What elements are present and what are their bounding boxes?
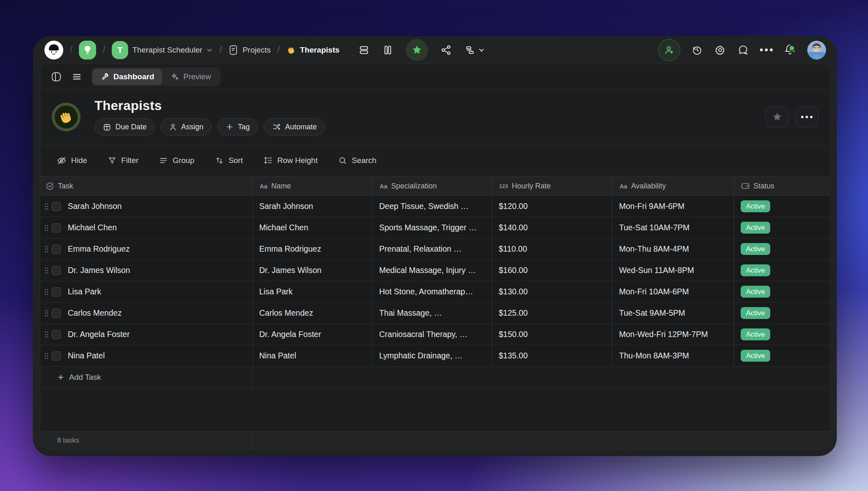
share-icon[interactable] bbox=[440, 44, 452, 56]
name-cell[interactable]: Nina Patel bbox=[253, 345, 373, 366]
drag-handle-icon[interactable] bbox=[44, 266, 49, 275]
table-row[interactable]: Dr. Angela Foster Dr. Angela Foster Cran… bbox=[40, 324, 830, 345]
specialization-cell[interactable]: Thai Massage, … bbox=[373, 303, 492, 324]
task-cell[interactable]: Lisa Park bbox=[40, 281, 253, 302]
task-cell[interactable]: Dr. James Wilson bbox=[40, 260, 253, 281]
automate-button[interactable]: Automate bbox=[264, 118, 325, 135]
table-row[interactable]: Emma Rodriguez Emma Rodriguez Prenatal, … bbox=[40, 239, 830, 260]
menu-icon[interactable] bbox=[71, 71, 82, 82]
name-cell[interactable]: Dr. James Wilson bbox=[253, 260, 373, 281]
specialization-cell[interactable]: Craniosacral Therapy, … bbox=[373, 324, 492, 345]
table-row[interactable]: Sarah Johnson Sarah Johnson Deep Tissue,… bbox=[40, 196, 830, 217]
column-header-name[interactable]: Aa Name bbox=[253, 177, 373, 195]
table-row[interactable]: Nina Patel Nina Patel Lymphatic Drainage… bbox=[40, 345, 830, 367]
table-row[interactable]: Lisa Park Lisa Park Hot Stone, Aromather… bbox=[40, 281, 830, 303]
table-row[interactable]: Carlos Mendez Carlos Mendez Thai Massage… bbox=[40, 303, 830, 324]
page-emoji-icon[interactable] bbox=[52, 103, 81, 131]
chat-icon[interactable] bbox=[737, 44, 749, 56]
column-header-task[interactable]: Task bbox=[40, 177, 253, 195]
row-height-button[interactable]: Row Height bbox=[263, 156, 318, 165]
rows-layout-icon[interactable] bbox=[358, 44, 370, 56]
task-cell[interactable]: Dr. Angela Foster bbox=[40, 324, 253, 345]
specialization-cell[interactable]: Sports Massage, Trigger … bbox=[373, 217, 492, 238]
status-badge[interactable]: Active bbox=[741, 307, 770, 319]
toggle-sidebar-icon[interactable] bbox=[50, 71, 62, 83]
task-checkbox[interactable] bbox=[52, 202, 61, 211]
page-more-button[interactable] bbox=[795, 107, 818, 127]
task-checkbox[interactable] bbox=[52, 245, 61, 254]
task-cell[interactable]: Emma Rodriguez bbox=[40, 239, 253, 259]
invite-user-button[interactable] bbox=[658, 39, 680, 61]
layout-switcher[interactable] bbox=[464, 44, 485, 56]
task-cell[interactable]: Sarah Johnson bbox=[40, 196, 253, 217]
drag-handle-icon[interactable] bbox=[44, 202, 49, 211]
column-header-availability[interactable]: Aa Availability bbox=[612, 177, 734, 195]
notifications-bell[interactable] bbox=[783, 43, 797, 57]
breadcrumb-projects[interactable]: Projects bbox=[228, 45, 271, 55]
column-header-hourly-rate[interactable]: 123 Hourly Rate bbox=[492, 177, 612, 195]
task-cell[interactable]: Carlos Mendez bbox=[40, 303, 253, 324]
status-cell[interactable]: Active bbox=[734, 260, 830, 281]
task-checkbox[interactable] bbox=[52, 351, 61, 360]
filter-button[interactable]: Filter bbox=[108, 156, 138, 165]
availability-cell[interactable]: Mon-Fri 9AM-6PM bbox=[612, 196, 734, 217]
specialization-cell[interactable]: Prenatal, Relaxation … bbox=[373, 239, 492, 259]
availability-cell[interactable]: Wed-Sun 11AM-8PM bbox=[612, 260, 734, 281]
column-header-status[interactable]: Status bbox=[734, 177, 830, 195]
task-checkbox[interactable] bbox=[52, 330, 61, 339]
name-cell[interactable]: Carlos Mendez bbox=[253, 303, 373, 324]
specialization-cell[interactable]: Lymphatic Drainage, … bbox=[373, 345, 492, 366]
history-icon[interactable] bbox=[691, 44, 703, 56]
status-cell[interactable]: Active bbox=[734, 281, 830, 302]
sort-button[interactable]: Sort bbox=[215, 156, 243, 165]
task-cell[interactable]: Nina Patel bbox=[40, 345, 253, 366]
tag-button[interactable]: Tag bbox=[217, 118, 258, 135]
status-badge[interactable]: Active bbox=[741, 286, 770, 298]
more-options-icon[interactable] bbox=[760, 48, 773, 51]
status-cell[interactable]: Active bbox=[734, 239, 830, 259]
task-checkbox[interactable] bbox=[52, 287, 61, 296]
chevron-down-icon[interactable] bbox=[206, 47, 213, 53]
availability-cell[interactable]: Tue-Sat 9AM-5PM bbox=[612, 303, 734, 324]
name-cell[interactable]: Emma Rodriguez bbox=[253, 239, 373, 259]
breadcrumb-workspace[interactable]: T Therapist Scheduler bbox=[112, 41, 213, 59]
availability-cell[interactable]: Thu-Mon 8AM-3PM bbox=[612, 345, 734, 366]
drag-handle-icon[interactable] bbox=[44, 224, 49, 232]
favorite-view-button[interactable] bbox=[406, 39, 428, 61]
availability-cell[interactable]: Mon-Thu 8AM-4PM bbox=[612, 239, 734, 259]
gear-icon[interactable] bbox=[714, 44, 726, 56]
tab-preview[interactable]: Preview bbox=[162, 69, 219, 85]
status-cell[interactable]: Active bbox=[734, 303, 830, 324]
status-badge[interactable]: Active bbox=[741, 200, 770, 212]
workspace-icon[interactable] bbox=[79, 41, 96, 60]
drag-handle-icon[interactable] bbox=[44, 330, 49, 339]
name-cell[interactable]: Sarah Johnson bbox=[253, 196, 373, 217]
status-cell[interactable]: Active bbox=[734, 217, 830, 238]
status-cell[interactable]: Active bbox=[734, 324, 830, 345]
tab-dashboard[interactable]: Dashboard bbox=[92, 69, 162, 85]
app-logo[interactable] bbox=[44, 41, 63, 60]
drag-handle-icon[interactable] bbox=[44, 352, 49, 360]
columns-layout-icon[interactable] bbox=[382, 44, 394, 56]
name-cell[interactable]: Dr. Angela Foster bbox=[253, 324, 373, 345]
add-task-row[interactable]: + Add Task bbox=[40, 367, 830, 388]
hide-button[interactable]: Hide bbox=[57, 156, 87, 165]
hourly-rate-cell[interactable]: $130.00 bbox=[492, 281, 612, 302]
breadcrumb-current[interactable]: Therapists bbox=[286, 45, 339, 55]
task-checkbox[interactable] bbox=[52, 309, 61, 318]
status-cell[interactable]: Active bbox=[734, 345, 830, 366]
name-cell[interactable]: Michael Chen bbox=[253, 217, 373, 238]
specialization-cell[interactable]: Medical Massage, Injury … bbox=[373, 260, 492, 281]
availability-cell[interactable]: Tue-Sat 10AM-7PM bbox=[612, 217, 734, 238]
task-cell[interactable]: Michael Chen bbox=[40, 217, 253, 238]
status-badge[interactable]: Active bbox=[741, 222, 770, 234]
status-badge[interactable]: Active bbox=[741, 243, 770, 255]
table-row[interactable]: Dr. James Wilson Dr. James Wilson Medica… bbox=[40, 260, 830, 281]
specialization-cell[interactable]: Deep Tissue, Swedish … bbox=[373, 196, 492, 217]
hourly-rate-cell[interactable]: $125.00 bbox=[492, 303, 612, 324]
hourly-rate-cell[interactable]: $110.00 bbox=[492, 239, 612, 259]
user-avatar[interactable] bbox=[807, 41, 826, 60]
table-row[interactable]: Michael Chen Michael Chen Sports Massage… bbox=[40, 217, 830, 239]
name-cell[interactable]: Lisa Park bbox=[253, 281, 373, 302]
status-badge[interactable]: Active bbox=[741, 264, 770, 276]
